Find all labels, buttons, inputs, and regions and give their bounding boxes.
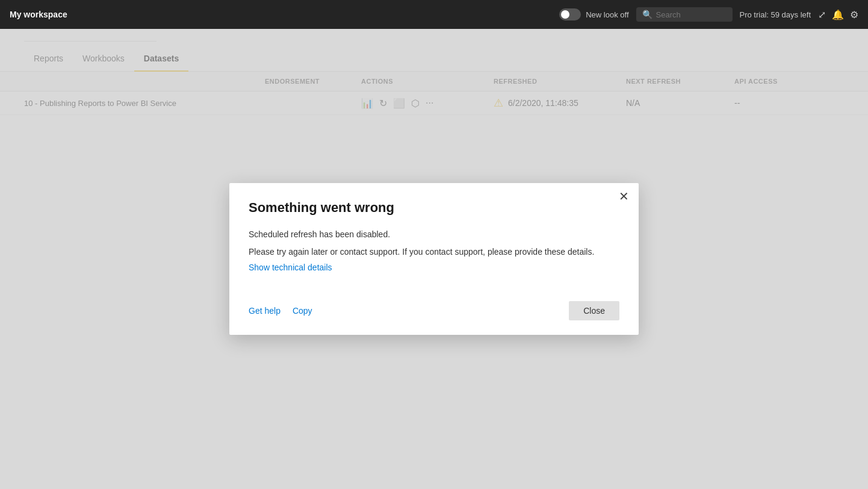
top-navigation: My workspace New look off 🔍 Pro trial: 5… — [0, 0, 868, 29]
close-button[interactable]: Close — [569, 301, 619, 320]
expand-icon[interactable]: ⤢ — [818, 9, 826, 20]
pro-trial-label: Pro trial: 59 days left — [740, 10, 811, 19]
copy-link[interactable]: Copy — [293, 306, 312, 316]
modal-close-button[interactable]: ✕ — [619, 190, 629, 202]
notification-icon[interactable]: 🔔 — [832, 9, 844, 20]
modal-footer: Get help Copy Close — [249, 301, 619, 320]
modal-body-line1: Scheduled refresh has been disabled. — [249, 228, 619, 241]
new-look-toggle[interactable] — [559, 8, 581, 20]
content-area: Reports Workbooks Datasets ENDORSEMENT A… — [0, 29, 868, 489]
modal-title: Something went wrong — [249, 200, 619, 216]
modal-body-line2: Please try again later or contact suppor… — [249, 245, 619, 258]
search-input[interactable] — [656, 10, 727, 19]
get-help-link[interactable]: Get help — [249, 306, 281, 316]
search-box[interactable]: 🔍 — [636, 7, 733, 22]
new-look-toggle-container[interactable]: New look off — [559, 8, 628, 20]
modal-footer-links: Get help Copy — [249, 306, 312, 316]
workspace-title: My workspace — [10, 10, 552, 19]
settings-icon[interactable]: ⚙ — [850, 9, 858, 20]
modal-overlay: ✕ Something went wrong Scheduled refresh… — [0, 29, 868, 489]
new-look-label: New look off — [586, 10, 628, 19]
nav-icons-group: ⤢ 🔔 ⚙ — [818, 9, 858, 20]
search-icon: 🔍 — [642, 10, 653, 19]
show-technical-details-link[interactable]: Show technical details — [249, 263, 332, 272]
error-modal: ✕ Something went wrong Scheduled refresh… — [229, 183, 639, 335]
